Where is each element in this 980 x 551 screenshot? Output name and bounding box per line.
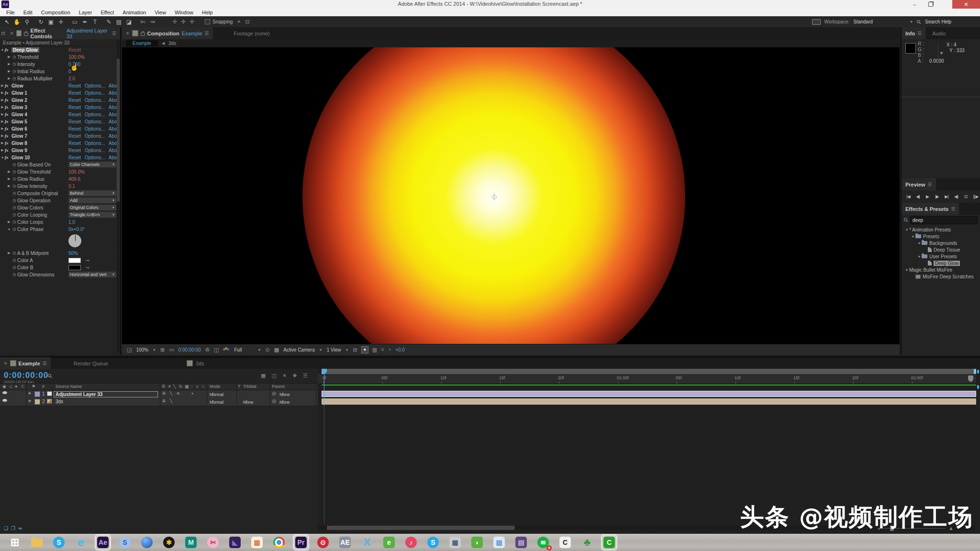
- view-option-icon[interactable]: ◫: [271, 373, 276, 379]
- layer-row-3ds[interactable]: ▶23ds✇╲Normal▼None▼@None▼: [0, 398, 318, 406]
- transparency-grid-icon[interactable]: ▩: [274, 347, 279, 353]
- options-link[interactable]: Options...: [85, 90, 105, 96]
- twirl-icon[interactable]: ▼: [911, 235, 915, 238]
- property-value[interactable]: 2.0: [68, 76, 75, 81]
- lock-icon[interactable]: [141, 33, 145, 36]
- puppet-pin-tool-icon[interactable]: ✑: [148, 19, 158, 25]
- taskbar-x-app[interactable]: X: [360, 535, 374, 550]
- twirl-icon[interactable]: ▶: [0, 127, 5, 131]
- taskbar-pink-tool-app[interactable]: ✄: [206, 535, 220, 550]
- effect-name[interactable]: Glow 8: [11, 141, 27, 146]
- view-layout-select[interactable]: 1 View: [327, 347, 341, 353]
- options-link[interactable]: Options...: [85, 105, 105, 110]
- menu-layer[interactable]: Layer: [75, 10, 97, 15]
- play-button[interactable]: ▶: [924, 194, 931, 199]
- effect-name[interactable]: Glow 3: [11, 105, 27, 110]
- column-header-icon[interactable]: ⚿: [21, 384, 24, 389]
- work-area-end-handle[interactable]: [974, 369, 976, 374]
- reset-link[interactable]: Reset: [68, 119, 81, 124]
- twirl-icon[interactable]: ▶: [0, 112, 5, 116]
- nav-comp-example[interactable]: Example: [126, 40, 158, 46]
- stopwatch-icon[interactable]: ◷: [11, 162, 17, 167]
- type-tool-icon[interactable]: T: [90, 19, 100, 25]
- switch-column-icon[interactable]: ✇: [162, 384, 166, 389]
- tab-effects-presets[interactable]: Effects & Presets ☰: [902, 203, 959, 215]
- reset-link[interactable]: Reset: [68, 83, 81, 88]
- chevron-down-icon[interactable]: ▼: [112, 163, 115, 166]
- selection-tool-icon[interactable]: ↖: [2, 19, 12, 25]
- panel-menu-icon[interactable]: ☰: [112, 31, 116, 36]
- mode-column-header[interactable]: Mode: [210, 384, 221, 389]
- property-dropdown[interactable]: Triangle A>B>A▼: [68, 212, 116, 218]
- snap-to-feature-icon[interactable]: ⌖: [237, 19, 240, 25]
- stopwatch-icon[interactable]: ◷: [11, 184, 17, 188]
- column-header-icon[interactable]: ◉: [2, 384, 6, 389]
- reset-link[interactable]: Reset: [68, 98, 81, 103]
- project-tab-partial[interactable]: ct: [0, 27, 7, 39]
- chevron-down-icon[interactable]: ▼: [281, 392, 284, 395]
- stopwatch-icon[interactable]: ◷: [11, 62, 17, 66]
- twirl-icon[interactable]: ▶: [7, 177, 11, 181]
- effects-search-input[interactable]: [910, 216, 978, 224]
- chevron-down-icon[interactable]: ▼: [212, 392, 214, 395]
- twirl-icon[interactable]: ▶: [7, 77, 11, 80]
- reset-link[interactable]: Reset: [68, 133, 81, 139]
- property-value[interactable]: 1.0: [68, 220, 75, 225]
- reset-link[interactable]: Reset: [68, 155, 81, 160]
- menu-file[interactable]: File: [2, 10, 19, 15]
- restore-button[interactable]: [924, 0, 938, 9]
- taskbar-photo-viewer[interactable]: ▨: [492, 535, 506, 550]
- pan-behind-tool-icon[interactable]: ✛: [56, 19, 66, 25]
- minimize-button[interactable]: –: [907, 0, 922, 9]
- composition-viewer[interactable]: [122, 47, 900, 344]
- previous-frame-button[interactable]: ◀|: [914, 194, 922, 199]
- taskbar-after-effects[interactable]: Ae: [96, 535, 110, 550]
- twirl-icon[interactable]: ▶: [7, 69, 11, 73]
- clone-stamp-tool-icon[interactable]: ▤: [114, 19, 124, 25]
- effect-name[interactable]: Deep Glow: [11, 47, 39, 53]
- effect-name[interactable]: Glow 10: [11, 155, 30, 160]
- about-link[interactable]: Abo: [109, 133, 117, 139]
- panel-menu-icon[interactable]: ☰: [205, 31, 209, 36]
- visibility-eye-icon[interactable]: [2, 399, 7, 402]
- parent-pickwhip-icon[interactable]: @: [272, 399, 276, 404]
- reset-link[interactable]: Reset: [68, 47, 81, 53]
- visibility-eye-icon[interactable]: [2, 391, 7, 394]
- taskbar-itunes[interactable]: ♪: [404, 535, 418, 550]
- show-snapshot-icon[interactable]: ◫: [214, 347, 219, 353]
- options-link[interactable]: Options...: [85, 98, 105, 103]
- taskbar-monitor-app[interactable]: ▦: [448, 535, 462, 550]
- color-swatch[interactable]: [68, 258, 81, 263]
- view-axis-mode-icon[interactable]: ✣: [188, 19, 196, 25]
- twirl-icon[interactable]: ▶: [0, 148, 5, 152]
- twirl-icon[interactable]: ▶: [7, 55, 11, 59]
- twirl-icon[interactable]: ▼: [7, 228, 11, 231]
- property-value[interactable]: 0x+0.0°: [68, 227, 85, 232]
- column-header-icon[interactable]: ●: [15, 384, 17, 389]
- effect-name[interactable]: Glow: [11, 83, 23, 88]
- layer-switch-cell[interactable]: ╲: [168, 399, 174, 403]
- options-link[interactable]: Options...: [85, 126, 105, 132]
- chevron-down-icon[interactable]: ▼: [112, 192, 115, 195]
- options-link[interactable]: Options...: [85, 83, 105, 88]
- switch-column-icon[interactable]: ╲: [173, 384, 176, 389]
- taskbar-power-app[interactable]: ⊙: [316, 535, 330, 550]
- exposure-icon[interactable]: ◔: [388, 347, 391, 353]
- exposure-value[interactable]: +0.0: [395, 347, 405, 353]
- taskbar-camtasia-studio[interactable]: C: [558, 535, 572, 550]
- menu-effect[interactable]: Effect: [96, 10, 118, 15]
- property-dropdown[interactable]: Behind▼: [68, 190, 116, 196]
- stopwatch-icon[interactable]: ◷: [11, 55, 17, 59]
- snap-grid-icon[interactable]: ⊡: [245, 19, 249, 25]
- layer-switch-cell[interactable]: ✇: [161, 399, 167, 403]
- menu-view[interactable]: View: [150, 10, 170, 15]
- layer-name[interactable]: Adjustment Layer 33: [54, 391, 158, 397]
- comp-marker-bin-icon[interactable]: [968, 375, 973, 382]
- pen-tool-icon[interactable]: ✒: [80, 19, 90, 25]
- taskbar-clover-app[interactable]: ♣: [580, 535, 594, 550]
- options-link[interactable]: Options...: [85, 133, 105, 139]
- fast-previews-icon[interactable]: ✦: [361, 346, 368, 353]
- chevron-down-icon[interactable]: ▼: [112, 213, 115, 216]
- menu-composition[interactable]: Composition: [37, 10, 75, 15]
- effect-name[interactable]: Glow 2: [11, 98, 27, 103]
